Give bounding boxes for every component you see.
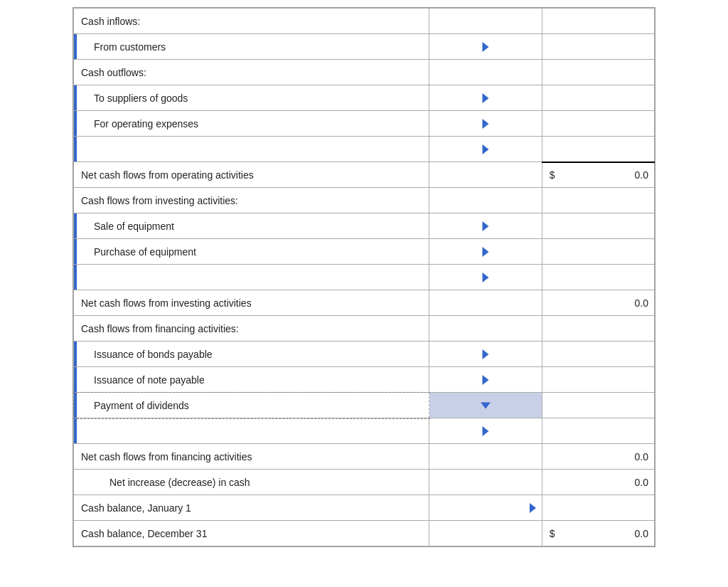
value-cell: 0.0 (542, 290, 654, 316)
row-label: Cash flows from financing activities: (74, 316, 429, 342)
table-row: Payment of dividends (74, 393, 655, 418)
row-label: Payment of dividends (74, 393, 429, 418)
row-label (74, 137, 429, 162)
input-cell[interactable] (429, 418, 542, 444)
input-cell[interactable] (429, 9, 542, 34)
table-row (74, 265, 655, 290)
value-cell: 0.0 (542, 444, 654, 470)
row-label: Net cash flows from financing activities (74, 444, 429, 470)
value-cell: $0.0 (542, 162, 654, 188)
arrow-right-icon (483, 42, 489, 52)
table-row: For operating expenses (74, 111, 655, 137)
table-row: Issuance of note payable (74, 367, 655, 393)
arrow-right-icon (483, 93, 489, 103)
table-row: From customers (74, 34, 655, 60)
numeric-value: 0.0 (635, 169, 648, 181)
input-cell[interactable] (429, 444, 542, 470)
value-cell (542, 213, 654, 239)
input-cell[interactable] (429, 470, 542, 495)
cashflow-table: Cash inflows:From customersCash outflows… (73, 7, 655, 547)
table-row: Net cash flows from operating activities… (74, 162, 655, 188)
arrow-right-icon (483, 273, 489, 282)
row-label (74, 418, 429, 444)
input-cell[interactable] (429, 111, 542, 137)
input-cell[interactable] (429, 239, 542, 265)
table-row: Cash flows from financing activities: (74, 316, 655, 342)
value-cell (542, 60, 654, 85)
row-label: Net cash flows from investing activities (74, 290, 429, 316)
value-cell (542, 111, 654, 137)
value-cell (542, 9, 654, 34)
table-row (74, 418, 655, 444)
arrow-right-icon (530, 503, 536, 513)
table-row: Net increase (decrease) in cash0.0 (74, 470, 655, 495)
value-cell: $0.0 (542, 521, 654, 546)
table-row: Net cash flows from investing activities… (74, 290, 655, 316)
value-cell (542, 367, 654, 393)
arrow-down-icon (481, 402, 491, 408)
row-label (74, 265, 429, 290)
value-cell (542, 495, 654, 521)
numeric-value: 0.0 (635, 297, 648, 309)
input-cell[interactable] (429, 60, 542, 85)
input-cell[interactable] (429, 85, 542, 111)
row-label: Issuance of bonds payable (74, 342, 429, 367)
arrow-right-icon (483, 221, 489, 231)
value-cell (542, 316, 654, 342)
input-cell[interactable] (429, 521, 542, 546)
row-label: Issuance of note payable (74, 367, 429, 393)
row-label: Cash balance, December 31 (74, 521, 429, 546)
input-cell[interactable] (429, 188, 542, 213)
row-label: Purchase of equipment (74, 239, 429, 265)
value-cell (542, 239, 654, 265)
input-cell[interactable] (429, 316, 542, 342)
table-row: Purchase of equipment (74, 239, 655, 265)
row-label: Cash outflows: (74, 60, 429, 85)
value-cell (542, 393, 654, 418)
numeric-value: 0.0 (635, 477, 648, 488)
table-row: To suppliers of goods (74, 85, 655, 111)
row-label: Sale of equipment (74, 213, 429, 239)
input-cell[interactable] (429, 290, 542, 316)
input-cell[interactable] (429, 393, 542, 418)
arrow-right-icon (483, 144, 489, 154)
value-cell (542, 188, 654, 213)
table-row: Cash balance, December 31$0.0 (74, 521, 655, 546)
value-cell (542, 418, 654, 444)
dollar-sign: $ (547, 169, 555, 181)
table-row: Cash flows from investing activities: (74, 188, 655, 213)
table-row: Sale of equipment (74, 213, 655, 239)
input-cell[interactable] (429, 367, 542, 393)
row-label: For operating expenses (74, 111, 429, 137)
arrow-right-icon (483, 119, 489, 129)
table-row: Net cash flows from financing activities… (74, 444, 655, 470)
input-cell[interactable] (429, 137, 542, 162)
table-row (74, 137, 655, 162)
input-cell[interactable] (429, 265, 542, 290)
table-row: Issuance of bonds payable (74, 342, 655, 367)
row-label: Net increase (decrease) in cash (74, 470, 429, 495)
value-cell (542, 85, 654, 111)
table-row: Cash balance, January 1 (74, 495, 655, 521)
row-label: Cash balance, January 1 (74, 495, 429, 521)
input-cell[interactable] (429, 213, 542, 239)
numeric-value: 0.0 (635, 451, 648, 462)
value-cell: 0.0 (542, 470, 654, 495)
input-cell[interactable] (429, 34, 542, 60)
input-cell[interactable] (429, 162, 542, 188)
numeric-value: 0.0 (635, 528, 648, 539)
row-label: Cash flows from investing activities: (74, 188, 429, 213)
row-label: Net cash flows from operating activities (74, 162, 429, 188)
table-row: Cash inflows: (74, 9, 655, 34)
value-cell (542, 265, 654, 290)
dollar-sign: $ (547, 528, 555, 539)
input-cell[interactable] (429, 342, 542, 367)
value-cell (542, 137, 654, 162)
row-label: Cash inflows: (74, 9, 429, 34)
row-label: To suppliers of goods (74, 85, 429, 111)
input-cell[interactable] (429, 495, 542, 521)
arrow-right-icon (483, 349, 489, 359)
row-label: From customers (74, 34, 429, 60)
arrow-right-icon (483, 426, 489, 436)
table-row: Cash outflows: (74, 60, 655, 85)
